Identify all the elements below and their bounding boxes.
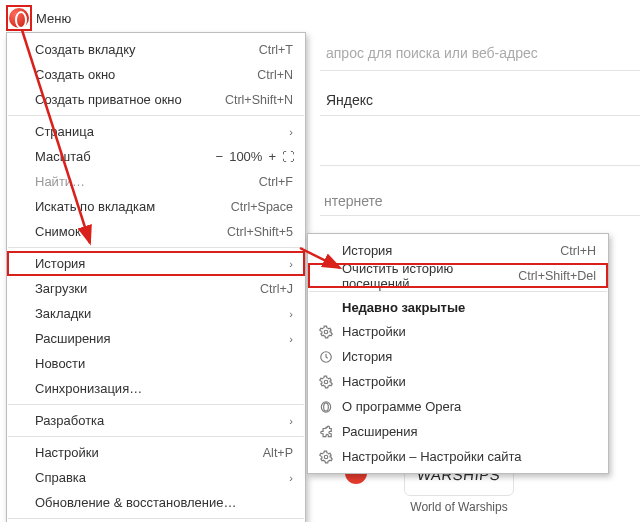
menu-separator — [8, 404, 304, 405]
menu-label: Создать вкладку — [35, 42, 259, 57]
puzzle-icon — [319, 425, 333, 439]
menu-shortcut: Ctrl+T — [259, 43, 293, 57]
zoom-in-button[interactable]: + — [268, 149, 276, 164]
clock-icon — [319, 350, 333, 364]
menu-separator — [8, 115, 304, 116]
menu-item-sync[interactable]: Синхронизация… — [7, 376, 305, 401]
menu-shortcut: Alt+P — [263, 446, 293, 460]
menu-separator — [8, 247, 304, 248]
tile-caption: World of Warships — [404, 500, 514, 514]
svg-point-4 — [324, 402, 329, 410]
menu-label: Справка — [35, 470, 281, 485]
chevron-right-icon: › — [289, 258, 293, 270]
menu-separator — [8, 436, 304, 437]
recent-item[interactable]: О программе Opera — [308, 394, 608, 419]
menu-shortcut: Ctrl+Shift+N — [225, 93, 293, 107]
gear-icon — [319, 375, 333, 389]
menu-item-bookmarks[interactable]: Закладки › — [7, 301, 305, 326]
menu-item-new-private[interactable]: Создать приватное окно Ctrl+Shift+N — [7, 87, 305, 112]
menu-item-new-window[interactable]: Создать окно Ctrl+N — [7, 62, 305, 87]
recent-item-label: Расширения — [342, 424, 596, 439]
menu-item-settings[interactable]: Настройки Alt+P — [7, 440, 305, 465]
submenu-shortcut: Ctrl+H — [560, 244, 596, 258]
menu-label: Снимок — [35, 224, 227, 239]
recent-item[interactable]: Расширения — [308, 419, 608, 444]
yandex-link[interactable]: Яндекс — [326, 92, 373, 108]
menu-label: Найти… — [35, 174, 259, 189]
chevron-right-icon: › — [289, 308, 293, 320]
submenu-shortcut: Ctrl+Shift+Del — [518, 269, 596, 283]
bg-text-internet: нтернете — [324, 193, 383, 209]
recent-item[interactable]: Настройки — [308, 369, 608, 394]
menu-item-news[interactable]: Новости — [7, 351, 305, 376]
recent-item[interactable]: История — [308, 344, 608, 369]
svg-point-5 — [324, 455, 328, 459]
menu-label: Настройки — [35, 445, 263, 460]
submenu-label: История — [342, 243, 560, 258]
menu-item-downloads[interactable]: Загрузки Ctrl+J — [7, 276, 305, 301]
recent-item-label: О программе Opera — [342, 399, 596, 414]
menu-item-snapshot[interactable]: Снимок Ctrl+Shift+5 — [7, 219, 305, 244]
recent-item[interactable]: Настройки – Настройки сайта — [308, 444, 608, 469]
menu-label: Искать по вкладкам — [35, 199, 231, 214]
menu-label: Загрузки — [35, 281, 260, 296]
chevron-right-icon: › — [289, 126, 293, 138]
menu-label: Масштаб — [35, 149, 216, 164]
menu-shortcut: Ctrl+Space — [231, 200, 293, 214]
menu-label: Создать окно — [35, 67, 257, 82]
chevron-right-icon: › — [289, 415, 293, 427]
opera-icon[interactable] — [9, 8, 29, 28]
submenu-label: Очистить историю посещений — [342, 261, 518, 291]
recent-item-label: История — [342, 349, 596, 364]
zoom-value: 100% — [229, 149, 262, 164]
chevron-right-icon: › — [289, 472, 293, 484]
submenu-header-recent: Недавно закрытые — [308, 295, 608, 319]
submenu-item-history[interactable]: История Ctrl+H — [308, 238, 608, 263]
menu-item-zoom[interactable]: Масштаб − 100% + ⛶ — [7, 144, 305, 169]
menu-label: Разработка — [35, 413, 281, 428]
menu-label: Расширения — [35, 331, 281, 346]
menu-item-help[interactable]: Справка › — [7, 465, 305, 490]
opera-icon — [319, 400, 333, 414]
menu-item-dev[interactable]: Разработка › — [7, 408, 305, 433]
menu-shortcut: Ctrl+F — [259, 175, 293, 189]
gear-icon — [319, 450, 333, 464]
svg-point-0 — [324, 330, 328, 334]
gear-icon — [319, 325, 333, 339]
recent-item-label: Настройки — [342, 324, 596, 339]
menu-label: Закладки — [35, 306, 281, 321]
submenu-item-clear-history[interactable]: Очистить историю посещений Ctrl+Shift+De… — [308, 263, 608, 288]
menu-shortcut: Ctrl+J — [260, 282, 293, 296]
menu-item-page[interactable]: Страница › — [7, 119, 305, 144]
recent-item-label: Настройки — [342, 374, 596, 389]
history-submenu: История Ctrl+H Очистить историю посещени… — [307, 233, 609, 474]
recent-item-label: Настройки – Настройки сайта — [342, 449, 596, 464]
menu-shortcut: Ctrl+Shift+5 — [227, 225, 293, 239]
zoom-out-button[interactable]: − — [216, 149, 224, 164]
menu-item-extensions[interactable]: Расширения › — [7, 326, 305, 351]
menu-shortcut: Ctrl+N — [257, 68, 293, 82]
menu-label: Синхронизация… — [35, 381, 293, 396]
menu-separator — [309, 291, 607, 292]
menu-label: Новости — [35, 356, 293, 371]
chevron-right-icon: › — [289, 333, 293, 345]
fullscreen-icon[interactable]: ⛶ — [282, 150, 293, 164]
svg-point-2 — [324, 380, 328, 384]
address-bar-placeholder[interactable]: апрос для поиска или веб-адрес — [326, 45, 538, 61]
menu-separator — [8, 518, 304, 519]
main-menu: Создать вкладку Ctrl+T Создать окно Ctrl… — [6, 32, 306, 522]
menu-item-find[interactable]: Найти… Ctrl+F — [7, 169, 305, 194]
recent-item[interactable]: Настройки — [308, 319, 608, 344]
menu-item-new-tab[interactable]: Создать вкладку Ctrl+T — [7, 37, 305, 62]
menu-label: Создать приватное окно — [35, 92, 225, 107]
menu-label: Страница — [35, 124, 281, 139]
menu-title: Меню — [36, 11, 71, 26]
menu-item-search-tabs[interactable]: Искать по вкладкам Ctrl+Space — [7, 194, 305, 219]
menu-item-history[interactable]: История › — [7, 251, 305, 276]
menu-item-update[interactable]: Обновление & восстановление… — [7, 490, 305, 515]
menu-label: История — [35, 256, 281, 271]
menu-label: Обновление & восстановление… — [35, 495, 293, 510]
